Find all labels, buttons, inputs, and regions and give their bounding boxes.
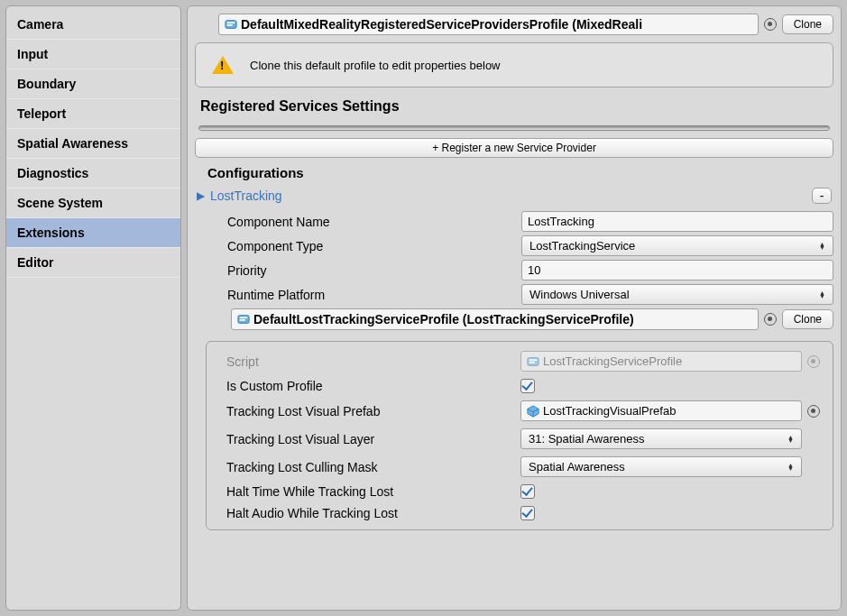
priority-input[interactable] (521, 260, 833, 280)
script-label: Script (226, 354, 515, 369)
tracking-lost-prefab-field[interactable]: LostTrackingVisualPrefab (520, 400, 802, 421)
section-title: Registered Services Settings (195, 95, 833, 118)
component-name-input[interactable] (521, 211, 833, 232)
svg-rect-8 (529, 362, 535, 363)
sub-clone-button[interactable]: Clone (782, 309, 833, 329)
configurations-heading: Configurations (195, 165, 833, 180)
main-panel: DefaultMixedRealityRegisteredServiceProv… (187, 5, 842, 611)
script-field: LostTrackingServiceProfile (520, 351, 802, 372)
object-picker-icon[interactable] (764, 18, 777, 31)
object-picker-icon[interactable] (807, 405, 820, 418)
is-custom-profile-label: Is Custom Profile (226, 379, 515, 393)
scriptable-object-icon (527, 355, 539, 368)
scriptable-object-icon (225, 18, 237, 31)
warning-box: Clone this default profile to edit prope… (195, 42, 833, 87)
sidebar-item-boundary[interactable]: Boundary (6, 69, 180, 99)
scriptable-object-icon (237, 313, 250, 326)
prefab-icon (527, 405, 539, 418)
halt-time-label: Halt Time While Tracking Lost (226, 484, 515, 499)
sidebar-item-extensions[interactable]: Extensions (6, 218, 180, 248)
foldout-title[interactable]: LostTracking (210, 188, 282, 203)
component-type-label: Component Type (227, 239, 516, 253)
tracking-lost-layer-dropdown[interactable]: 31: Spatial Awareness ▲▼ (520, 428, 802, 449)
dropdown-arrows-icon: ▲▼ (787, 436, 794, 443)
profile-header-row: DefaultMixedRealityRegisteredServiceProv… (195, 14, 833, 35)
sidebar-item-camera[interactable]: Camera (6, 10, 180, 40)
clone-button[interactable]: Clone (782, 14, 833, 34)
sub-profile-object-field[interactable]: DefaultLostTrackingServiceProfile (LostT… (231, 308, 759, 330)
sidebar: Camera Input Boundary Teleport Spatial A… (5, 5, 181, 611)
is-custom-profile-checkbox[interactable] (520, 379, 535, 393)
sub-profile-panel: Script LostTrackingServiceProfile Is Cus… (206, 341, 833, 530)
sidebar-item-diagnostics[interactable]: Diagnostics (6, 159, 180, 188)
svg-rect-4 (240, 317, 248, 318)
svg-rect-7 (529, 359, 538, 361)
sub-profile-name-text: DefaultLostTrackingServiceProfile (LostT… (253, 312, 634, 326)
halt-time-checkbox[interactable] (520, 484, 535, 499)
dropdown-arrows-icon: ▲▼ (787, 464, 794, 471)
svg-rect-1 (227, 22, 235, 23)
remove-service-button[interactable]: - (812, 188, 832, 204)
svg-rect-2 (227, 24, 233, 26)
foldout-header: ▶ LostTracking - (195, 188, 833, 204)
sidebar-item-teleport[interactable]: Teleport (6, 99, 180, 129)
sidebar-item-scene-system[interactable]: Scene System (6, 188, 180, 218)
warning-text: Clone this default profile to edit prope… (250, 59, 501, 72)
component-type-dropdown[interactable]: LostTrackingService ▲▼ (521, 235, 833, 256)
halt-audio-label: Halt Audio While Tracking Lost (226, 506, 515, 520)
svg-rect-5 (240, 319, 245, 321)
warning-icon (212, 56, 234, 74)
object-picker-icon (807, 355, 820, 368)
sidebar-item-spatial-awareness[interactable]: Spatial Awareness (6, 129, 180, 159)
halt-audio-checkbox[interactable] (520, 506, 535, 520)
component-name-label: Component Name (227, 215, 516, 229)
priority-label: Priority (227, 263, 516, 278)
sidebar-item-editor[interactable]: Editor (6, 248, 180, 278)
profile-object-field[interactable]: DefaultMixedRealityRegisteredServiceProv… (218, 14, 759, 35)
dropdown-arrows-icon: ▲▼ (819, 291, 825, 299)
tracking-lost-prefab-label: Tracking Lost Visual Prefab (226, 404, 515, 418)
runtime-platform-label: Runtime Platform (227, 288, 516, 302)
tracking-lost-layer-label: Tracking Lost Visual Layer (226, 432, 515, 446)
foldout-arrow-icon[interactable]: ▶ (197, 189, 205, 202)
profile-name-text: DefaultMixedRealityRegisteredServiceProv… (241, 17, 642, 32)
divider (198, 125, 830, 131)
tracking-lost-mask-dropdown[interactable]: Spatial Awareness ▲▼ (520, 456, 802, 477)
dropdown-arrows-icon: ▲▼ (819, 243, 825, 250)
runtime-platform-dropdown[interactable]: Windows Universal ▲▼ (521, 284, 833, 305)
sidebar-item-input[interactable]: Input (6, 40, 180, 69)
register-service-button[interactable]: + Register a new Service Provider (195, 138, 833, 158)
tracking-lost-mask-label: Tracking Lost Culling Mask (226, 460, 515, 474)
object-picker-icon[interactable] (764, 313, 777, 326)
